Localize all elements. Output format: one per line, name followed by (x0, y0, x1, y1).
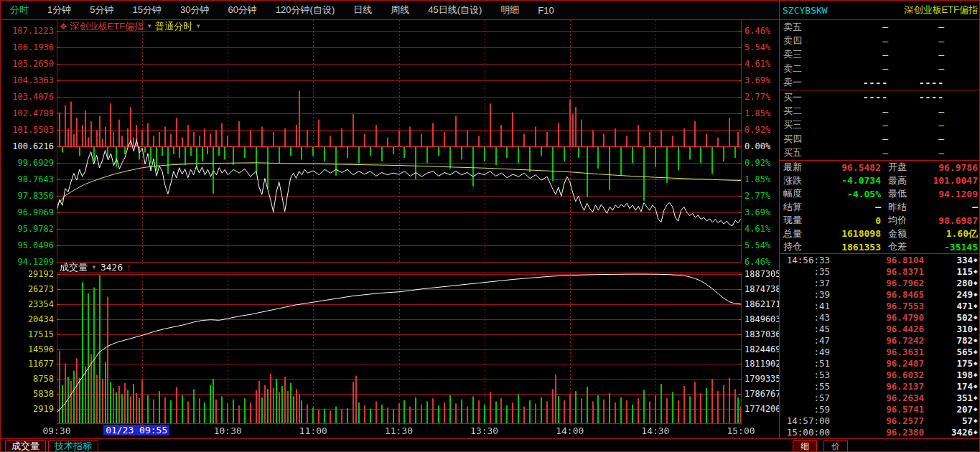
order-book-price: — (822, 22, 888, 32)
position-axis-label: 1887305 (745, 269, 779, 279)
menu-item-45day-custom[interactable]: 45日线(自设) (419, 4, 491, 17)
order-book-row[interactable]: 卖二—— (780, 62, 980, 75)
price-chart-canvas[interactable] (57, 20, 742, 263)
price-axis-label: 106.1936 (1, 42, 54, 52)
volume-last-value: 3426 (101, 262, 123, 273)
tick-diamond-icon: ◆ (973, 428, 980, 435)
tick-time: :39 (780, 289, 830, 300)
order-book-row[interactable]: 买五—— (780, 146, 980, 160)
menu-item-daily[interactable]: 日线 (344, 4, 381, 17)
time-label: 13:30 (470, 425, 498, 436)
time-label: 15:00 (727, 425, 755, 436)
tick-price: 96.2137 (830, 381, 924, 392)
menu-item-fenshi[interactable]: 分时 (1, 4, 38, 17)
chart-mode-label[interactable]: 普通分时 (155, 20, 192, 33)
volume-chart-canvas[interactable] (57, 273, 742, 425)
tab-tick-price[interactable]: 价 (823, 440, 848, 452)
menu-item-5min[interactable]: 5分钟 (80, 4, 123, 17)
menu-item-120min-custom[interactable]: 120分钟(自设) (266, 4, 344, 17)
order-book-level-label: 买三 (780, 118, 822, 131)
order-book-row[interactable]: 买四—— (780, 132, 980, 146)
order-book-row[interactable]: 卖四—— (780, 34, 980, 47)
tick-volume: 565 (924, 347, 973, 357)
tick-price: 96.4790 (830, 312, 924, 323)
tick-time: 14:57:00 (780, 415, 830, 426)
tick-price: 96.7553 (830, 301, 924, 311)
quote-value: 101.0047 (921, 175, 980, 186)
quote-label: 涨跌 (780, 174, 815, 187)
menu-item-detail[interactable]: 明细 (491, 4, 528, 17)
instrument-name: 深创业板ETF偏指 (904, 4, 978, 17)
mode-dropdown-icon[interactable]: ▼ (195, 23, 201, 29)
position-axis-label: 1862171 (745, 299, 779, 309)
tick-row: :4196.7553471◆ (780, 300, 980, 311)
volume-indicator-label[interactable]: 成交量 (60, 261, 88, 274)
order-book-row[interactable]: 买一-------- (780, 90, 980, 104)
order-book-row[interactable]: 卖一-------- (780, 76, 980, 90)
order-book-price: — (822, 36, 888, 47)
tick-volume: 249 (924, 289, 973, 300)
tick-row: :5996.5741207◆ (780, 403, 980, 415)
quote-value: 96.5482 (815, 162, 881, 173)
tick-volume: 502 (924, 312, 973, 323)
volume-up-arrow-icon: ↑ (126, 262, 131, 273)
quote-value: — (921, 202, 980, 212)
order-book-row[interactable]: 卖五—— (780, 20, 980, 34)
tick-volume: 334 (924, 255, 973, 265)
tick-volume: 175 (924, 358, 973, 369)
menu-item-1min[interactable]: 1分钟 (38, 4, 80, 17)
tab-indicators[interactable]: 技术指标 (48, 440, 98, 452)
order-book-volume: ---- (888, 77, 944, 88)
quote-label: 仓差 (881, 240, 921, 253)
menu-item-15min[interactable]: 15分钟 (123, 4, 170, 17)
trading-terminal-window: 分时1分钟5分钟15分钟30分钟60分钟120分钟(自设)日线周线45日线(自设… (0, 0, 980, 452)
tick-row: :4396.4790502◆ (780, 311, 980, 323)
menu-item-weekly[interactable]: 周线 (381, 4, 419, 17)
percent-axis-label: 0.92% (745, 125, 779, 135)
order-book-level-label: 卖二 (780, 62, 822, 75)
quote-row: 最新96.5482开盘96.9786 (780, 161, 980, 174)
period-menu: 分时1分钟5分钟15分钟30分钟60分钟120分钟(自设)日线周线45日线(自设… (1, 1, 779, 20)
percent-axis-label: 3.69% (745, 75, 779, 85)
tick-price: 96.7962 (830, 278, 924, 288)
quote-label: 结算 (780, 201, 815, 214)
chart-symbol-label[interactable]: 深创业板ETF偏指 (70, 20, 144, 33)
menu-item-60min[interactable]: 60分钟 (218, 4, 266, 17)
tick-diamond-icon: ◆ (973, 279, 980, 286)
tick-price: 96.2634 (830, 392, 924, 403)
symbol-dropdown-icon[interactable]: ▼ (146, 23, 152, 29)
menu-item-f10[interactable]: F10 (528, 5, 563, 16)
tick-volume: 310 (924, 324, 973, 334)
tick-diamond-icon: ◆ (973, 268, 980, 275)
tick-volume: 471 (924, 301, 973, 311)
tick-price: 96.2577 (830, 415, 924, 426)
price-axis-label: 99.6929 (1, 158, 54, 168)
percent-axis-label: 2.77% (745, 191, 779, 201)
tick-time: :37 (780, 278, 830, 288)
volume-axis-label: 14596 (1, 344, 54, 354)
tick-time: :43 (780, 312, 830, 323)
price-axis-label: 98.7643 (1, 174, 54, 184)
tick-diamond-icon: ◆ (973, 256, 980, 263)
quote-value: 1618098 (815, 228, 881, 239)
menu-item-30min[interactable]: 30分钟 (171, 4, 218, 17)
quote-label: 开盘 (881, 161, 921, 174)
position-axis-label: 1799335 (745, 374, 779, 384)
tab-volume[interactable]: 成交量 (5, 440, 46, 452)
volume-dropdown-icon[interactable]: ▼ (91, 264, 97, 270)
order-book-level-label: 卖三 (780, 48, 822, 61)
time-label: 14:30 (641, 425, 669, 436)
tab-tick-detail[interactable]: 细 (793, 440, 817, 452)
order-book-price: ---- (822, 77, 888, 88)
price-axis-label: 95.9782 (1, 224, 54, 234)
tick-row: 14:57:0096.257757◆ (780, 415, 980, 426)
tick-price: 96.2380 (830, 427, 924, 438)
percent-axis-label: 0.00% (745, 141, 779, 151)
position-axis-label: 1786767 (745, 389, 779, 399)
order-book-row[interactable]: 买二—— (780, 104, 980, 118)
percent-axis-label: 4.61% (745, 224, 779, 234)
tick-diamond-icon: ◆ (973, 382, 980, 390)
order-book-row[interactable]: 买三—— (780, 118, 980, 132)
order-book-row[interactable]: 卖三—— (780, 48, 980, 62)
order-book-volume: — (888, 63, 944, 74)
